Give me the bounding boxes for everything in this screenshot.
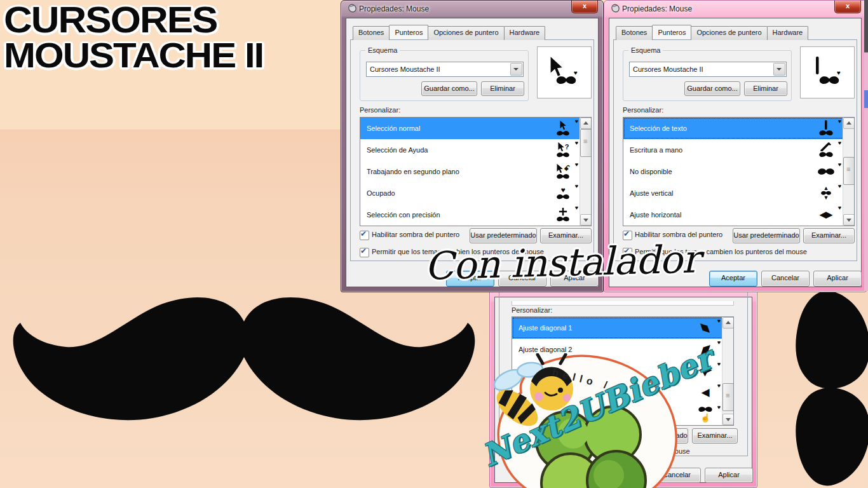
tab-panel: Esquema Cursores Moustache II Guardar co… [350,39,594,261]
cursor-horizontal-resize-icon: ◀▶ ♥ [813,205,839,224]
scheme-dropdown[interactable]: Cursores Moustache II [629,62,787,77]
cursor-list: Selección de texto ♥ Escritura a mano ♥ [623,117,855,226]
ibeam-moustache-preview-icon: ♥ [808,55,846,90]
scheme-groupbox: Esquema Cursores Moustache II Guardar co… [360,50,529,101]
list-item[interactable]: Selección de texto ♥ [623,118,854,139]
con-instalador-caption: Con instalador [424,236,700,288]
save-as-button[interactable]: Guardar como... [421,81,477,96]
scroll-down-button[interactable] [580,214,592,226]
mouse-icon [348,4,357,13]
scheme-dropdown-value: Cursores Moustache II [367,65,510,73]
cancel-button[interactable]: Cancelar [761,271,810,287]
close-button[interactable]: x [571,1,598,13]
tab-opciones-de-puntero[interactable]: Opciones de puntero [691,26,767,40]
list-item[interactable]: No disponible ♥ [623,161,854,182]
tab-botones[interactable]: Botones [353,26,390,40]
browse-button[interactable]: Examinar... [803,228,855,243]
list-item[interactable]: Escritura a mano ♥ [623,139,854,161]
tab-panel: Esquema Cursores Moustache II Guardar co… [613,39,857,261]
list-item[interactable]: Selección normal ♥ [360,118,591,139]
list-item[interactable]: Selección de Ayuda ? ♥ [360,139,591,161]
moustache-graphic [5,287,483,443]
cursor-alternate-select-icon: ◀♥ [693,383,718,402]
cursor-unavailable-icon: ♥ [813,162,839,181]
page-title-line1: CURSORES [4,3,263,38]
customize-label: Personalizar: [360,106,400,114]
cursor-handwriting-icon: ♥ [813,140,839,159]
moustache-vertical-graphic [779,290,868,488]
list-scrollbar[interactable] [843,118,854,226]
cursor-text-select-icon: ♥ [813,119,839,138]
list-item[interactable]: Trabajando en segundo plano ꗃ ♥ [360,161,591,182]
chevron-down-icon[interactable] [510,63,522,76]
svg-text:♥: ♥ [574,69,578,76]
scheme-group-label: Esquema [628,46,663,54]
cursor-busy-icon: ♥ ♥ [550,184,576,203]
list-scrollbar[interactable] [580,118,591,226]
use-default-button[interactable]: Usar predeterminado [733,228,800,243]
shadow-checkbox-label: Habilitar sombra del puntero [372,231,459,238]
scrollbar-thumb[interactable] [843,157,855,185]
cursor-moustache-hand-icon: ☝ ♥ [693,405,718,424]
cursor-normal-select-icon: ♥ [550,119,576,138]
list-item[interactable]: Ajuste horizontal ◀▶ ♥ [623,204,854,226]
shadow-checkbox[interactable] [360,231,369,240]
cursor-list: Selección normal ♥ Selección de Ayuda ? [360,117,592,226]
window-title: Propiedades: Mouse [622,4,692,13]
tab-hardware[interactable]: Hardware [767,26,809,40]
list-item[interactable]: Selección con precisión ♥ [360,204,591,226]
scroll-down-button[interactable] [722,414,734,425]
list-scrollbar[interactable] [722,317,733,425]
tab-hardware[interactable]: Hardware [504,26,546,40]
delete-button[interactable]: Eliminar [744,81,787,96]
edge-blue-fragment [864,90,868,108]
tab-bar: Botones Punteros Opciones de puntero Har… [616,26,808,40]
delete-button[interactable]: Eliminar [481,81,524,96]
desktop: CURSORES MOUSTACHE II Personalizar: Ajus… [0,0,868,488]
cursor-preview-box: ♥ [800,46,855,98]
scrollbar-thumb[interactable] [580,129,592,157]
scheme-groupbox: Esquema Cursores Moustache II Guardar co… [623,50,792,101]
close-button[interactable]: x [834,1,861,13]
cursor-vertical-resize-icon: ▲ ▼ ♥ [813,184,839,203]
mouse-icon [611,4,620,13]
tab-bar: Botones Punteros Opciones de puntero Har… [353,26,545,40]
tab-opciones-de-puntero[interactable]: Opciones de puntero [428,26,504,40]
apply-button[interactable]: Aplicar [813,271,862,287]
tab-botones[interactable]: Botones [616,26,653,40]
scroll-down-button[interactable] [843,214,855,226]
list-item[interactable]: Ajuste diagonal 1 ◀▶♥ [512,317,733,339]
svg-text:♥: ♥ [837,69,841,76]
tab-punteros[interactable]: Punteros [652,25,691,39]
list-item[interactable]: Ajuste vertical ▲ ▼ ♥ [623,182,854,204]
scheme-group-label: Esquema [365,46,400,54]
scheme-dropdown-value: Cursores Moustache II [630,65,773,73]
page-title-line2: MOUSTACHE II [4,39,263,73]
chevron-down-icon[interactable] [773,63,785,76]
cursor-preview-box: ♥ [537,46,592,98]
screen-edge-strip [864,0,868,291]
ok-button[interactable]: Aceptar [709,271,757,287]
scroll-up-button[interactable] [722,317,734,329]
dialog3-groupbox-remnant [512,301,734,306]
save-as-button[interactable]: Guardar como... [684,81,740,96]
tab-punteros[interactable]: Punteros [389,25,428,39]
arrow-moustache-preview-icon: ♥ [545,55,583,90]
page-title: CURSORES MOUSTACHE II [4,1,263,75]
cursor-precision-select-icon: ♥ [550,205,576,224]
apply-button[interactable]: Aplicar [705,468,753,483]
cursor-diagonal1-icon: ◀▶♥ [693,318,718,337]
list-item[interactable]: Ocupado ♥ ♥ [360,182,591,204]
window-title: Propiedades: Mouse [359,4,429,13]
cursor-help-select-icon: ? ♥ [550,140,576,159]
customize-label: Personalizar: [512,306,552,314]
scheme-dropdown[interactable]: Cursores Moustache II [366,62,524,77]
cursor-working-background-icon: ꗃ ♥ [550,162,576,181]
browse-button[interactable]: Examinar... [692,428,738,444]
scroll-up-button[interactable] [843,118,855,129]
scrollbar-thumb[interactable] [722,383,734,411]
customize-label: Personalizar: [623,106,663,114]
scroll-up-button[interactable] [580,118,592,129]
themes-checkbox[interactable] [360,248,369,257]
